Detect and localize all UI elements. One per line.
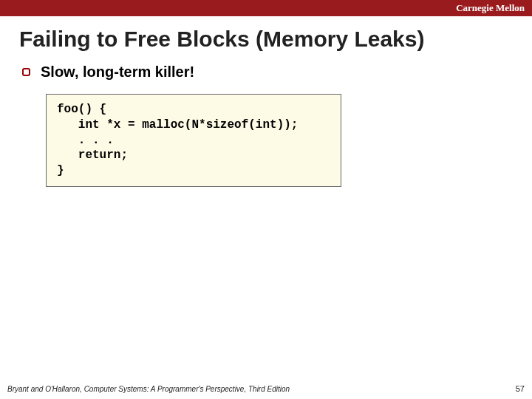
slide-title: Failing to Free Blocks (Memory Leaks) (0, 16, 532, 64)
bullet-item: Slow, long-term killer! (0, 64, 532, 81)
footer: Bryant and O'Hallaron, Computer Systems:… (7, 384, 525, 393)
page-number: 57 (516, 384, 525, 393)
code-content: foo() { int *x = malloc(N*sizeof(int)); … (57, 102, 330, 179)
footer-credit: Bryant and O'Hallaron, Computer Systems:… (7, 385, 290, 393)
bullet-text: Slow, long-term killer! (41, 64, 194, 81)
slide: Carnegie Mellon Failing to Free Blocks (… (0, 0, 532, 399)
square-bullet-icon (22, 68, 30, 76)
top-bar: Carnegie Mellon (0, 0, 532, 16)
brand-label: Carnegie Mellon (456, 2, 525, 14)
code-block: foo() { int *x = malloc(N*sizeof(int)); … (46, 94, 341, 187)
